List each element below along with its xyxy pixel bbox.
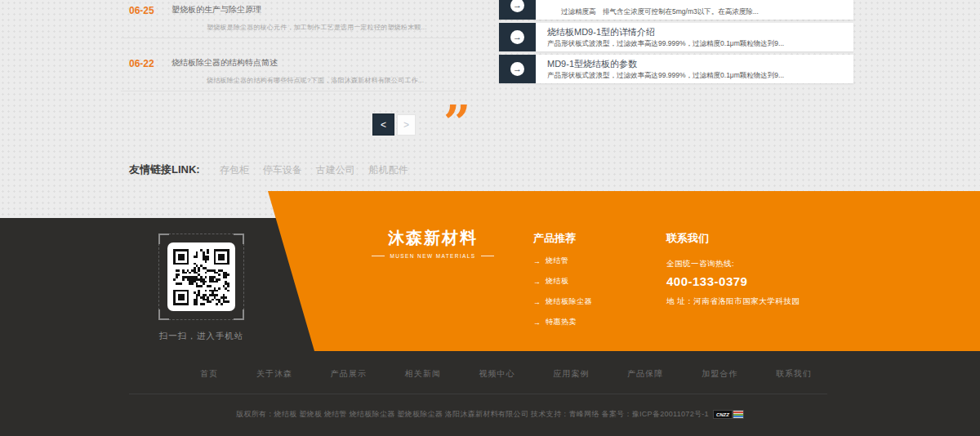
logo-dash-left xyxy=(372,256,385,256)
friend-links: 友情链接LINK: 存包柜 停车设备 古建公司 船机配件 xyxy=(129,162,422,177)
news-item[interactable]: 06-22 烧结板除尘器的结构特点简述 烧结板除尘器的结构有哪些特点呢?下面，洛… xyxy=(121,45,467,98)
friend-links-label: 友情链接LINK: xyxy=(129,162,200,177)
qr-scan-frame xyxy=(158,234,244,320)
logo-subtitle: MUSEN NEW MATERIALS xyxy=(390,253,475,259)
logo-dash-right xyxy=(481,256,494,256)
footer-nav-item[interactable]: 产品展示 xyxy=(331,368,367,380)
cnzz-stats-badge[interactable]: CNZZ xyxy=(713,410,744,419)
footer-nav: 首页 关于沐森 产品展示 相关新闻 视频中心 应用案例 产品保障 加盟合作 联系… xyxy=(200,368,812,380)
news-desc: 塑烧板是除尘器的核心元件，加工制作工艺是选用一定粒径的塑烧粉末颗... xyxy=(121,16,467,32)
arrow-icon: → xyxy=(533,257,541,265)
footer-nav-item[interactable]: 关于沐森 xyxy=(256,368,292,380)
hotline-label: 全国统一咨询热线: xyxy=(666,259,800,269)
news-desc: 烧结板除尘器的结构有哪些特点呢?下面，洛阳沐森新材料有限公司工作... xyxy=(121,69,467,85)
top-section: 06-25 塑烧板的生产与除尘原理 塑烧板是除尘器的核心元件，加工制作工艺是选用… xyxy=(0,0,980,218)
arrow-circle-icon: → xyxy=(510,30,524,44)
footer-nav-item[interactable]: 视频中心 xyxy=(479,368,515,380)
article-desc: 产品形状板式波浪型，过滤效率高达99.999%，过滤精度0.1μm颗粒物达到9.… xyxy=(547,69,784,81)
news-date: 06-22 xyxy=(121,56,172,69)
footer-nav-item[interactable]: 加盟合作 xyxy=(702,368,737,380)
article-card[interactable]: → 烧结板MD9-1型的详情介绍 产品形状板式波浪型，过滤效率高达99.999%… xyxy=(499,23,853,51)
footer-products-column: 产品推荐 → 烧结管 → 烧结板 → 烧结板除尘器 → 特惠热卖 xyxy=(533,231,592,327)
qr-code-image xyxy=(167,242,235,311)
qr-module: 扫一扫，进入手机站 xyxy=(158,234,245,342)
product-link[interactable]: 烧结板 xyxy=(546,276,569,287)
footer-nav-item[interactable]: 相关新闻 xyxy=(405,368,441,380)
product-link[interactable]: 特惠热卖 xyxy=(546,317,577,327)
divider xyxy=(121,38,467,38)
company-address: 地 址：河南省洛阳市国家大学科技园 xyxy=(666,296,800,307)
friend-link[interactable]: 存包柜 xyxy=(220,163,249,177)
footer-divider xyxy=(129,394,827,394)
article-desc: 产品形状板式波浪型，过滤效率高达99.999%，过滤精度0.1μm颗粒物达到9.… xyxy=(547,38,784,49)
products-heading: 产品推荐 xyxy=(533,231,592,246)
friend-link[interactable]: 古建公司 xyxy=(316,163,355,177)
article-card[interactable]: → MD9-1型烧结板的参数 产品形状板式波浪型，过滤效率高达99.999%，过… xyxy=(499,55,853,83)
divider xyxy=(121,91,467,91)
copyright-text: 版权所有：烧结板 塑烧板 烧结管 烧结板除尘器 塑烧板除尘器 洛阳沐森新材料有限… xyxy=(236,409,709,420)
arrow-icon: → xyxy=(533,278,541,286)
news-title[interactable]: 烧结板除尘器的结构特点简述 xyxy=(172,56,278,69)
pagination: < > xyxy=(372,113,416,136)
article-desc: 过滤精度高 排气含尘浓度可控制在5mg/m3以下。在高浓度除... xyxy=(547,6,759,17)
news-item[interactable]: 06-25 塑烧板的生产与除尘原理 塑烧板是除尘器的核心元件，加工制作工艺是选用… xyxy=(121,0,467,45)
footer-logo: 沐森新材料 MUSEN NEW MATERIALS xyxy=(372,227,494,259)
article-card[interactable]: → 过滤精度高 排气含尘浓度可控制在5mg/m3以下。在高浓度除... xyxy=(499,0,853,20)
article-title[interactable] xyxy=(547,0,759,6)
arrow-icon-box: → xyxy=(499,55,536,83)
article-title[interactable]: 烧结板MD9-1型的详情介绍 xyxy=(547,26,784,38)
cnzz-stripes-icon xyxy=(733,410,744,419)
footer-nav-item[interactable]: 首页 xyxy=(200,368,218,380)
news-title[interactable]: 塑烧板的生产与除尘原理 xyxy=(172,3,261,16)
quote-decoration: ” xyxy=(443,99,470,146)
contact-heading: 联系我们 xyxy=(666,231,800,246)
arrow-circle-icon: → xyxy=(510,0,524,12)
friend-link[interactable]: 停车设备 xyxy=(263,163,302,177)
footer-contact-column: 联系我们 全国统一咨询热线: 400-133-0379 地 址：河南省洛阳市国家… xyxy=(666,231,800,307)
hotline-phone: 400-133-0379 xyxy=(666,274,800,288)
arrow-icon: → xyxy=(533,298,541,306)
friend-link[interactable]: 船机配件 xyxy=(369,163,408,177)
page: 06-25 塑烧板的生产与除尘原理 塑烧板是除尘器的核心元件，加工制作工艺是选用… xyxy=(0,0,980,436)
prev-page-button[interactable]: < xyxy=(372,113,394,136)
cnzz-label: CNZZ xyxy=(713,410,733,419)
arrow-icon-box: → xyxy=(499,0,536,20)
logo-title: 沐森新材料 xyxy=(372,227,494,249)
product-link[interactable]: 烧结板除尘器 xyxy=(546,296,592,307)
news-date: 06-25 xyxy=(121,3,172,16)
next-page-button[interactable]: > xyxy=(397,114,416,136)
arrow-circle-icon: → xyxy=(510,62,524,76)
footer-nav-item[interactable]: 产品保障 xyxy=(627,368,663,380)
news-list: 06-25 塑烧板的生产与除尘原理 塑烧板是除尘器的核心元件，加工制作工艺是选用… xyxy=(121,0,467,98)
product-link[interactable]: 烧结管 xyxy=(546,256,569,266)
footer-nav-item[interactable]: 应用案例 xyxy=(553,368,589,380)
article-title[interactable]: MD9-1型烧结板的参数 xyxy=(547,58,784,69)
qr-caption: 扫一扫，进入手机站 xyxy=(158,331,245,342)
copyright-row: 版权所有：烧结板 塑烧板 烧结管 烧结板除尘器 塑烧板除尘器 洛阳沐森新材料有限… xyxy=(0,409,980,420)
article-list: → 过滤精度高 排气含尘浓度可控制在5mg/m3以下。在高浓度除... → 烧结… xyxy=(499,0,853,87)
footer-nav-item[interactable]: 联系我们 xyxy=(776,368,812,380)
arrow-icon: → xyxy=(533,318,541,327)
arrow-icon-box: → xyxy=(499,23,536,51)
